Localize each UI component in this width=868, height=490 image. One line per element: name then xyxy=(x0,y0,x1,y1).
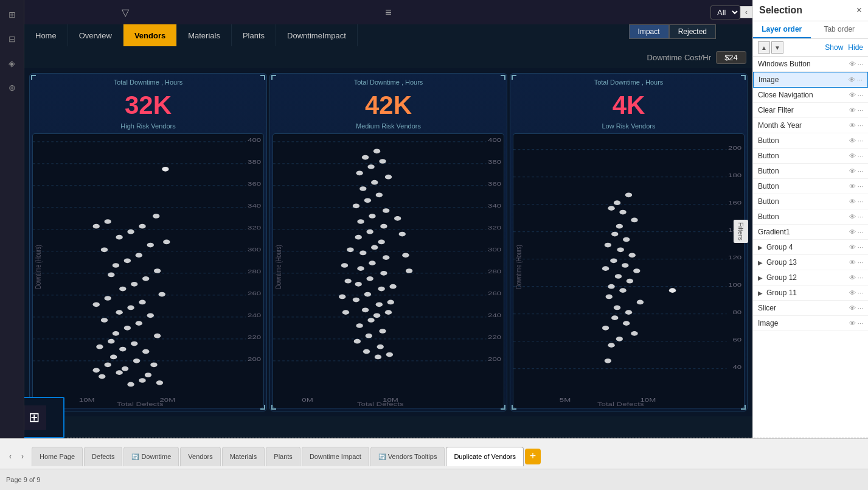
tab-vendors-tooltips[interactable]: 🔄 Vendors Tooltips xyxy=(370,447,445,466)
filters-label[interactable]: Filters xyxy=(734,220,748,243)
svg-text:200: 200 xyxy=(248,356,261,362)
svg-text:80: 80 xyxy=(732,309,741,315)
tab-duplicate-vendors[interactable]: Duplicate of Vendors xyxy=(446,447,524,466)
svg-point-182 xyxy=(605,243,611,248)
tab-vendors[interactable]: Vendors xyxy=(123,24,177,46)
svg-point-30 xyxy=(99,374,105,379)
tab-tab-order[interactable]: Tab order xyxy=(811,21,869,38)
tab-downtime-impact[interactable]: DowntimeImpact xyxy=(276,24,358,46)
svg-text:400: 400 xyxy=(488,137,501,143)
layer-item-image-selected[interactable]: Image 👁 ··· xyxy=(753,72,868,88)
layer-list: Windows Button 👁 ··· Image 👁 ··· Close N… xyxy=(753,57,868,438)
rejected-button[interactable]: Rejected xyxy=(669,24,716,39)
layer-item-button-1[interactable]: Button 👁 ··· xyxy=(753,133,868,149)
tab-layer-order[interactable]: Layer order xyxy=(753,21,811,38)
page-next-button[interactable]: › xyxy=(17,451,28,462)
svg-point-175 xyxy=(619,210,626,215)
svg-point-99 xyxy=(362,155,369,160)
add-page-button[interactable]: + xyxy=(525,449,541,464)
filter-select[interactable]: All xyxy=(710,5,740,19)
layer-item-group11[interactable]: ▶ Group 11 👁 ··· xyxy=(753,285,868,301)
chart-medium-risk: Total Downtime , Hours 42K Medium Risk V… xyxy=(269,73,507,411)
close-selection-button[interactable]: × xyxy=(856,5,862,16)
layer-item-image2[interactable]: Image 👁 ··· xyxy=(753,316,868,331)
svg-point-203 xyxy=(669,288,676,293)
svg-point-53 xyxy=(93,302,100,307)
chart-medium-risk-scatter: 400 380 360 340 320 300 280 260 240 220 … xyxy=(273,133,504,408)
svg-point-68 xyxy=(139,224,145,229)
tab-overview[interactable]: Overview xyxy=(68,24,123,46)
collapse-panel-button[interactable]: ‹ xyxy=(740,6,752,18)
tab-vendors[interactable]: Vendors xyxy=(180,447,220,466)
tab-plants[interactable]: Plants xyxy=(232,24,276,46)
tab-plants[interactable]: Plants xyxy=(266,447,300,466)
svg-text:300: 300 xyxy=(488,247,501,253)
svg-point-191 xyxy=(608,284,614,289)
layer-item-button-2[interactable]: Button 👁 ··· xyxy=(753,149,868,164)
svg-text:380: 380 xyxy=(488,159,501,165)
charts-container: Total Downtime , Hours 32K High Risk Ven… xyxy=(24,68,752,416)
svg-point-57 xyxy=(142,276,149,281)
filter-dropdown[interactable]: All xyxy=(710,5,740,19)
svg-text:Downtime (Hours): Downtime (Hours) xyxy=(34,245,43,289)
svg-point-177 xyxy=(608,206,614,211)
filter-icon[interactable]: ▽ xyxy=(122,7,129,18)
svg-point-104 xyxy=(385,175,392,180)
table-icon[interactable]: ⊟ xyxy=(4,30,21,47)
svg-point-194 xyxy=(637,300,644,305)
svg-point-137 xyxy=(379,329,386,334)
layer-item-button-3[interactable]: Button 👁 ··· xyxy=(753,164,868,179)
move-down-button[interactable]: ▼ xyxy=(771,41,783,54)
tab-materials[interactable]: Materials xyxy=(177,24,232,46)
hide-button[interactable]: Hide xyxy=(848,43,863,52)
tab-defects[interactable]: Defects xyxy=(84,447,122,466)
impact-button[interactable]: Impact xyxy=(629,24,669,39)
layer-item-month-year[interactable]: Month & Year 👁 ··· xyxy=(753,118,868,133)
layer-item-button-4[interactable]: Button 👁 ··· xyxy=(753,179,868,194)
svg-text:340: 340 xyxy=(488,203,501,209)
layer-item-button-5[interactable]: Button 👁 ··· xyxy=(753,194,868,209)
svg-point-117 xyxy=(378,240,384,245)
svg-point-188 xyxy=(633,268,640,273)
tab-downtime[interactable]: 🔄 Downtime xyxy=(123,447,179,466)
layer-item-button-6[interactable]: Button 👁 ··· xyxy=(753,209,868,225)
layer-item-group4[interactable]: ▶ Group 4 👁 ··· xyxy=(753,240,868,255)
layer-item-group13[interactable]: ▶ Group 13 👁 ··· xyxy=(753,255,868,270)
layer-item-windows-button[interactable]: Windows Button 👁 ··· xyxy=(753,57,868,72)
svg-point-200 xyxy=(631,331,637,336)
svg-point-49 xyxy=(116,310,122,315)
layer-item-slicer[interactable]: Slicer 👁 ··· xyxy=(753,301,868,316)
svg-point-52 xyxy=(104,296,111,301)
chart-high-risk-subtitle: High Risk Vendors xyxy=(120,122,176,130)
home-icon[interactable]: ⊞ xyxy=(4,6,21,23)
svg-point-112 xyxy=(357,219,364,224)
tab-home[interactable]: Home xyxy=(24,24,68,46)
svg-point-127 xyxy=(389,284,396,289)
svg-point-43 xyxy=(154,334,161,338)
tab-materials[interactable]: Materials xyxy=(222,447,265,466)
layer-item-close-navigation[interactable]: Close Navigation 👁 ··· xyxy=(753,88,868,103)
svg-point-36 xyxy=(145,373,151,377)
svg-point-40 xyxy=(142,349,149,354)
svg-point-123 xyxy=(380,271,387,276)
report-icon[interactable]: ⊕ xyxy=(4,79,21,96)
svg-point-65 xyxy=(163,240,170,245)
layer-item-clear-filter[interactable]: Clear Filter 👁 ··· xyxy=(753,103,868,118)
move-up-button[interactable]: ▲ xyxy=(758,41,770,54)
layer-item-group12[interactable]: ▶ Group 12 👁 ··· xyxy=(753,270,868,285)
menu-icon[interactable]: ≡ xyxy=(385,6,392,19)
page-prev-button[interactable]: ‹ xyxy=(5,451,16,462)
svg-point-35 xyxy=(93,368,100,373)
model-icon[interactable]: ◈ xyxy=(4,55,21,72)
svg-point-145 xyxy=(341,263,348,268)
svg-point-133 xyxy=(373,313,380,318)
tab-downtime-impact[interactable]: Downtime Impact xyxy=(302,447,369,466)
svg-point-56 xyxy=(131,282,137,287)
svg-point-54 xyxy=(159,292,165,297)
svg-point-176 xyxy=(625,192,632,197)
tab-home-page[interactable]: Home Page xyxy=(32,447,83,466)
layer-item-gradient1[interactable]: Gradient1 👁 ··· xyxy=(753,225,868,240)
chart-medium-risk-kpi: 42K xyxy=(365,91,412,120)
show-button[interactable]: Show xyxy=(825,43,843,52)
impact-rejected-buttons: Impact Rejected xyxy=(629,24,716,39)
